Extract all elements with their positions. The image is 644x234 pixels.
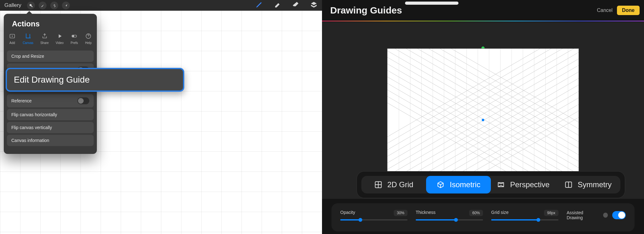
guide-type-perspective[interactable]: Perspective [491, 176, 556, 193]
thickness-slider[interactable]: Thickness 60% [416, 210, 483, 220]
play-icon [56, 33, 63, 40]
add-image-icon [9, 33, 16, 40]
grid-icon [374, 181, 382, 189]
tab-label: Help [85, 41, 92, 45]
tab-help[interactable]: Help [85, 33, 92, 45]
help-icon [85, 33, 92, 40]
flip-vertical-item[interactable]: Flip canvas vertically [7, 122, 94, 133]
assisted-label: Assisted Drawing [567, 210, 599, 220]
tab-canvas[interactable]: Canvas [23, 33, 33, 45]
slider-value: 30% [394, 210, 408, 216]
tab-prefs[interactable]: Prefs [71, 33, 78, 45]
guide-type-bar: 2D Grid Isometric Perspective Symmetry [357, 171, 625, 198]
slider-value: 60% [469, 210, 483, 216]
eraser-icon[interactable] [292, 1, 299, 10]
canvas-crop-icon [25, 33, 31, 40]
topbar-right-group [255, 1, 318, 10]
topbar-left-group [27, 2, 70, 9]
s-tool-icon[interactable] [50, 2, 58, 9]
tab-share[interactable]: Share [40, 33, 49, 45]
tab-label: Share [40, 41, 49, 45]
assisted-indicator-icon [603, 213, 608, 218]
svg-point-2 [72, 35, 74, 37]
layers-icon[interactable] [310, 1, 318, 10]
guide-type-isometric[interactable]: Isometric [426, 176, 491, 193]
slider-label: Grid size [491, 210, 508, 216]
canvas-information-item[interactable]: Canvas information [7, 135, 94, 146]
item-label: Reference [11, 98, 32, 103]
drawing-guides-screen: Drawing Guides Cancel Done [322, 0, 644, 234]
tab-label: Prefs [71, 41, 78, 45]
reference-switch[interactable] [77, 97, 89, 104]
guide-type-2d-grid[interactable]: 2D Grid [361, 176, 426, 193]
tab-video[interactable]: Video [56, 33, 64, 45]
actions-tabs-row: Add Canvas Share Video Prefs Help [7, 33, 94, 49]
slider-label: Opacity [340, 210, 355, 216]
guide-type-symmetry[interactable]: Symmetry [556, 176, 620, 193]
toggle-icon [71, 33, 78, 40]
type-label: Symmetry [578, 180, 612, 189]
tab-add[interactable]: Add [9, 33, 16, 45]
crop-resize-item[interactable]: Crop and Resize [7, 51, 94, 62]
symmetry-icon [564, 181, 573, 189]
isometric-canvas-preview[interactable] [387, 48, 579, 191]
flip-horizontal-item[interactable]: Flip canvas horizontally [7, 109, 94, 120]
reference-item[interactable]: Reference [7, 94, 94, 107]
share-icon [41, 33, 48, 40]
tab-label: Canvas [23, 41, 33, 45]
color-spectrum-marker[interactable] [405, 2, 458, 5]
perspective-icon [497, 181, 505, 189]
edit-drawing-guide-callout[interactable]: Edit Drawing Guide [6, 68, 184, 92]
done-button[interactable]: Done [617, 6, 640, 15]
guide-settings-bar: Opacity 30% Thickness 60% Grid size 98px… [331, 203, 635, 231]
gallery-link[interactable]: Gallery [4, 2, 21, 8]
smudge-icon[interactable] [274, 1, 281, 10]
item-label: Flip canvas vertically [11, 125, 52, 130]
drawing-guides-header: Drawing Guides Cancel Done [322, 0, 644, 21]
wand-icon[interactable] [39, 2, 47, 9]
item-label: Flip canvas horizontally [11, 112, 57, 117]
cancel-button[interactable]: Cancel [592, 6, 617, 15]
slider-label: Thickness [416, 210, 436, 216]
isometric-icon [436, 181, 445, 189]
actions-title: Actions [7, 19, 94, 33]
gridsize-slider[interactable]: Grid size 98px [491, 210, 558, 220]
type-label: Perspective [510, 180, 549, 189]
type-label: Isometric [450, 180, 480, 189]
assisted-drawing-block: Assisted Drawing [567, 210, 626, 220]
tab-label: Add [9, 41, 15, 45]
type-label: 2D Grid [387, 180, 414, 189]
item-label: Canvas information [11, 138, 49, 143]
assisted-drawing-switch[interactable] [612, 211, 626, 219]
tab-label: Video [56, 41, 64, 45]
arrow-icon[interactable] [62, 2, 70, 9]
wrench-icon[interactable] [27, 2, 35, 9]
opacity-slider[interactable]: Opacity 30% [340, 210, 408, 220]
item-label: Crop and Resize [11, 54, 44, 59]
procreate-topbar: Gallery [0, 0, 322, 11]
page-title: Drawing Guides [330, 5, 402, 16]
slider-value: 98px [544, 210, 558, 216]
guide-center-handle[interactable] [482, 119, 484, 121]
pencil-icon[interactable] [255, 1, 263, 10]
procreate-screen: Gallery [0, 0, 322, 234]
